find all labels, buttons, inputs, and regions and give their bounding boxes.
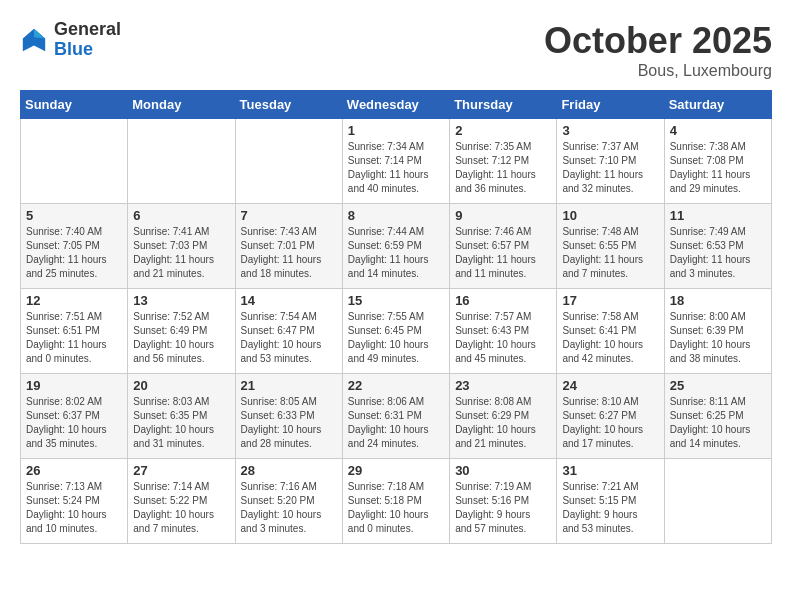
calendar-cell: 16Sunrise: 7:57 AM Sunset: 6:43 PM Dayli… xyxy=(450,289,557,374)
day-info: Sunrise: 7:13 AM Sunset: 5:24 PM Dayligh… xyxy=(26,480,122,536)
day-info: Sunrise: 8:11 AM Sunset: 6:25 PM Dayligh… xyxy=(670,395,766,451)
calendar-week-row: 5Sunrise: 7:40 AM Sunset: 7:05 PM Daylig… xyxy=(21,204,772,289)
day-info: Sunrise: 7:16 AM Sunset: 5:20 PM Dayligh… xyxy=(241,480,337,536)
day-number: 1 xyxy=(348,123,444,138)
calendar-cell: 20Sunrise: 8:03 AM Sunset: 6:35 PM Dayli… xyxy=(128,374,235,459)
calendar-cell: 27Sunrise: 7:14 AM Sunset: 5:22 PM Dayli… xyxy=(128,459,235,544)
calendar-cell: 19Sunrise: 8:02 AM Sunset: 6:37 PM Dayli… xyxy=(21,374,128,459)
day-number: 8 xyxy=(348,208,444,223)
calendar-cell: 25Sunrise: 8:11 AM Sunset: 6:25 PM Dayli… xyxy=(664,374,771,459)
day-info: Sunrise: 8:03 AM Sunset: 6:35 PM Dayligh… xyxy=(133,395,229,451)
day-info: Sunrise: 7:41 AM Sunset: 7:03 PM Dayligh… xyxy=(133,225,229,281)
day-number: 16 xyxy=(455,293,551,308)
logo-general-text: General xyxy=(54,20,121,40)
day-info: Sunrise: 7:14 AM Sunset: 5:22 PM Dayligh… xyxy=(133,480,229,536)
calendar-cell: 21Sunrise: 8:05 AM Sunset: 6:33 PM Dayli… xyxy=(235,374,342,459)
day-info: Sunrise: 8:10 AM Sunset: 6:27 PM Dayligh… xyxy=(562,395,658,451)
day-info: Sunrise: 8:08 AM Sunset: 6:29 PM Dayligh… xyxy=(455,395,551,451)
day-number: 14 xyxy=(241,293,337,308)
day-number: 20 xyxy=(133,378,229,393)
calendar-cell: 5Sunrise: 7:40 AM Sunset: 7:05 PM Daylig… xyxy=(21,204,128,289)
day-info: Sunrise: 7:46 AM Sunset: 6:57 PM Dayligh… xyxy=(455,225,551,281)
title-block: October 2025 Bous, Luxembourg xyxy=(544,20,772,80)
day-info: Sunrise: 7:54 AM Sunset: 6:47 PM Dayligh… xyxy=(241,310,337,366)
weekday-header-sunday: Sunday xyxy=(21,91,128,119)
weekday-header-friday: Friday xyxy=(557,91,664,119)
day-number: 9 xyxy=(455,208,551,223)
day-number: 17 xyxy=(562,293,658,308)
day-number: 6 xyxy=(133,208,229,223)
day-number: 24 xyxy=(562,378,658,393)
day-number: 11 xyxy=(670,208,766,223)
day-info: Sunrise: 7:52 AM Sunset: 6:49 PM Dayligh… xyxy=(133,310,229,366)
day-number: 12 xyxy=(26,293,122,308)
day-info: Sunrise: 7:37 AM Sunset: 7:10 PM Dayligh… xyxy=(562,140,658,196)
day-info: Sunrise: 7:44 AM Sunset: 6:59 PM Dayligh… xyxy=(348,225,444,281)
calendar-cell: 17Sunrise: 7:58 AM Sunset: 6:41 PM Dayli… xyxy=(557,289,664,374)
weekday-header-thursday: Thursday xyxy=(450,91,557,119)
calendar-week-row: 26Sunrise: 7:13 AM Sunset: 5:24 PM Dayli… xyxy=(21,459,772,544)
day-number: 15 xyxy=(348,293,444,308)
day-info: Sunrise: 7:51 AM Sunset: 6:51 PM Dayligh… xyxy=(26,310,122,366)
day-number: 28 xyxy=(241,463,337,478)
day-number: 22 xyxy=(348,378,444,393)
weekday-header-monday: Monday xyxy=(128,91,235,119)
calendar-cell: 2Sunrise: 7:35 AM Sunset: 7:12 PM Daylig… xyxy=(450,119,557,204)
calendar-cell: 23Sunrise: 8:08 AM Sunset: 6:29 PM Dayli… xyxy=(450,374,557,459)
day-info: Sunrise: 8:02 AM Sunset: 6:37 PM Dayligh… xyxy=(26,395,122,451)
day-info: Sunrise: 7:43 AM Sunset: 7:01 PM Dayligh… xyxy=(241,225,337,281)
day-number: 19 xyxy=(26,378,122,393)
weekday-header-tuesday: Tuesday xyxy=(235,91,342,119)
calendar-cell: 11Sunrise: 7:49 AM Sunset: 6:53 PM Dayli… xyxy=(664,204,771,289)
calendar-cell: 30Sunrise: 7:19 AM Sunset: 5:16 PM Dayli… xyxy=(450,459,557,544)
day-info: Sunrise: 8:00 AM Sunset: 6:39 PM Dayligh… xyxy=(670,310,766,366)
calendar-cell: 29Sunrise: 7:18 AM Sunset: 5:18 PM Dayli… xyxy=(342,459,449,544)
day-info: Sunrise: 7:55 AM Sunset: 6:45 PM Dayligh… xyxy=(348,310,444,366)
day-info: Sunrise: 7:49 AM Sunset: 6:53 PM Dayligh… xyxy=(670,225,766,281)
day-info: Sunrise: 7:34 AM Sunset: 7:14 PM Dayligh… xyxy=(348,140,444,196)
day-info: Sunrise: 7:35 AM Sunset: 7:12 PM Dayligh… xyxy=(455,140,551,196)
weekday-header-row: SundayMondayTuesdayWednesdayThursdayFrid… xyxy=(21,91,772,119)
day-number: 4 xyxy=(670,123,766,138)
month-title: October 2025 xyxy=(544,20,772,62)
calendar-cell: 31Sunrise: 7:21 AM Sunset: 5:15 PM Dayli… xyxy=(557,459,664,544)
calendar-cell: 4Sunrise: 7:38 AM Sunset: 7:08 PM Daylig… xyxy=(664,119,771,204)
day-number: 29 xyxy=(348,463,444,478)
logo-blue-text: Blue xyxy=(54,40,121,60)
calendar-week-row: 19Sunrise: 8:02 AM Sunset: 6:37 PM Dayli… xyxy=(21,374,772,459)
calendar-cell: 15Sunrise: 7:55 AM Sunset: 6:45 PM Dayli… xyxy=(342,289,449,374)
day-info: Sunrise: 7:38 AM Sunset: 7:08 PM Dayligh… xyxy=(670,140,766,196)
calendar-cell: 18Sunrise: 8:00 AM Sunset: 6:39 PM Dayli… xyxy=(664,289,771,374)
calendar-cell xyxy=(235,119,342,204)
calendar-cell: 14Sunrise: 7:54 AM Sunset: 6:47 PM Dayli… xyxy=(235,289,342,374)
calendar-cell: 8Sunrise: 7:44 AM Sunset: 6:59 PM Daylig… xyxy=(342,204,449,289)
day-number: 7 xyxy=(241,208,337,223)
day-number: 21 xyxy=(241,378,337,393)
calendar-cell: 10Sunrise: 7:48 AM Sunset: 6:55 PM Dayli… xyxy=(557,204,664,289)
day-number: 13 xyxy=(133,293,229,308)
day-number: 23 xyxy=(455,378,551,393)
day-info: Sunrise: 7:21 AM Sunset: 5:15 PM Dayligh… xyxy=(562,480,658,536)
weekday-header-wednesday: Wednesday xyxy=(342,91,449,119)
calendar-table: SundayMondayTuesdayWednesdayThursdayFrid… xyxy=(20,90,772,544)
day-number: 26 xyxy=(26,463,122,478)
page-header: General Blue October 2025 Bous, Luxembou… xyxy=(20,20,772,80)
day-number: 18 xyxy=(670,293,766,308)
calendar-week-row: 1Sunrise: 7:34 AM Sunset: 7:14 PM Daylig… xyxy=(21,119,772,204)
weekday-header-saturday: Saturday xyxy=(664,91,771,119)
day-info: Sunrise: 8:05 AM Sunset: 6:33 PM Dayligh… xyxy=(241,395,337,451)
calendar-cell: 7Sunrise: 7:43 AM Sunset: 7:01 PM Daylig… xyxy=(235,204,342,289)
calendar-cell: 24Sunrise: 8:10 AM Sunset: 6:27 PM Dayli… xyxy=(557,374,664,459)
calendar-cell: 6Sunrise: 7:41 AM Sunset: 7:03 PM Daylig… xyxy=(128,204,235,289)
day-number: 5 xyxy=(26,208,122,223)
day-info: Sunrise: 7:40 AM Sunset: 7:05 PM Dayligh… xyxy=(26,225,122,281)
day-number: 10 xyxy=(562,208,658,223)
day-number: 2 xyxy=(455,123,551,138)
calendar-cell xyxy=(664,459,771,544)
calendar-cell: 3Sunrise: 7:37 AM Sunset: 7:10 PM Daylig… xyxy=(557,119,664,204)
day-number: 30 xyxy=(455,463,551,478)
day-number: 3 xyxy=(562,123,658,138)
day-number: 25 xyxy=(670,378,766,393)
calendar-cell xyxy=(128,119,235,204)
day-info: Sunrise: 8:06 AM Sunset: 6:31 PM Dayligh… xyxy=(348,395,444,451)
